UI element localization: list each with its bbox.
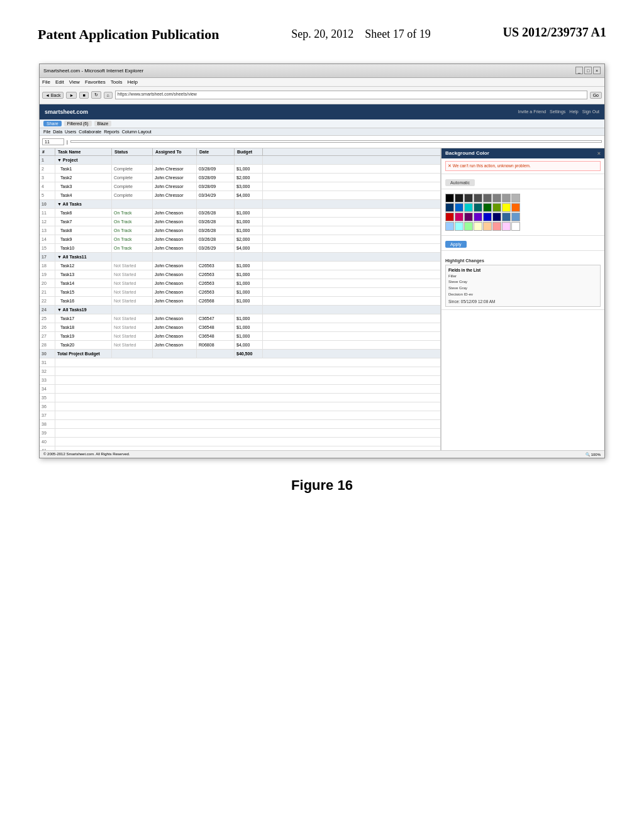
table-row[interactable]: 18 Task12 Not Started John Cheason C2656… [40,262,440,270]
table-row[interactable]: 4 Task3 Complete John Chressor 03/28/09 … [40,182,440,191]
color-lt-blue[interactable] [445,222,454,231]
table-row[interactable]: 17 ▼ All Tasks11 [40,253,440,262]
menu-edit[interactable]: Edit [55,79,64,85]
table-row[interactable]: 38 [40,420,440,429]
apply-button[interactable]: Apply [445,241,467,248]
table-row[interactable]: 15 Task10 On Track John Cheason 03/26/29… [40,244,440,253]
color-lightgray1[interactable] [502,194,511,202]
table-row[interactable]: 28 Task20 Not Started John Cheason R0680… [40,341,440,350]
table-row[interactable]: 36 [40,402,440,411]
toolbar-reports[interactable]: Reports [104,130,119,134]
table-row[interactable]: 27 Task19 Not Started John Cheason C3654… [40,332,440,341]
table-row[interactable]: 39 [40,429,440,438]
menu-help[interactable]: Help [127,79,137,85]
color-lt-yellow[interactable] [474,222,482,231]
color-darkgray2[interactable] [464,194,473,202]
color-yellow[interactable] [502,203,511,212]
filtered-btn[interactable]: Filtered (6) [64,121,92,126]
home-button[interactable]: ⌂ [104,92,113,99]
color-olive[interactable] [492,203,501,212]
url-bar[interactable]: https://www.smartsheet.com/sheets/view [115,91,587,99]
color-orange[interactable] [511,203,520,212]
color-navy[interactable] [492,213,501,221]
table-row[interactable]: 20 Task14 Not Started John Cheason C2656… [40,279,440,288]
color-purple[interactable] [464,213,473,221]
table-row[interactable]: 32 [40,367,440,376]
cell-name-box[interactable]: 11 [42,138,64,145]
toolbar-users[interactable]: Users [65,130,76,134]
menu-view[interactable]: View [69,79,80,85]
close-button[interactable]: × [593,67,601,74]
table-row[interactable]: 41 [40,446,440,450]
menu-file[interactable]: File [42,79,50,85]
table-row[interactable]: 2 Task1 Complete John Chressor 03/28/09 … [40,165,440,174]
table-row[interactable]: 19 Task13 Not Started John Cheason C2656… [40,270,440,279]
color-midgray2[interactable] [492,194,501,202]
table-row[interactable]: 37 [40,411,440,420]
table-row[interactable]: 5 Task4 Complete John Chressor 03/34/29 … [40,191,440,200]
table-row[interactable]: 12 Task7 On Track John Cheason 03/26/28 … [40,218,440,226]
toolbar-data[interactable]: Data [53,130,62,134]
table-row[interactable]: 25 Task17 Not Started John Cheason C3654… [40,314,440,323]
nav-settings[interactable]: Settings [550,109,565,114]
panel-close-button[interactable]: × [597,150,601,157]
color-lt-green[interactable] [464,222,473,231]
table-row[interactable]: 33 [40,376,440,385]
color-lt-red[interactable] [492,222,501,231]
color-teal[interactable] [474,203,482,212]
color-lightgray2[interactable] [511,194,520,202]
menu-tools[interactable]: Tools [111,79,123,85]
color-midgray1[interactable] [483,194,492,202]
back-button[interactable]: ◄ Back [42,92,64,99]
toolbar-collaborate[interactable]: Collaborate [79,130,101,134]
spreadsheet-grid[interactable]: # Task Name Status Assigned To Date Budg… [40,148,441,450]
color-magenta[interactable] [455,213,464,221]
color-darkgray3[interactable] [474,194,482,202]
toolbar-file[interactable]: File [43,130,50,134]
table-row[interactable]: 14 Task9 On Track John Cheason 03/26/28 … [40,235,440,244]
color-green[interactable] [483,203,492,212]
maximize-button[interactable]: □ [584,67,592,74]
forward-button[interactable]: ► [66,92,77,99]
table-row[interactable]: 24 ▼ All Tasks19 [40,306,440,314]
table-row[interactable]: 22 Task16 Not Started John Cheason C2656… [40,297,440,306]
blaze-btn[interactable]: Blaze [94,121,112,126]
table-row[interactable]: 11 Task6 On Track John Cheason 03/26/28 … [40,209,440,218]
nav-invite[interactable]: Invite a Friend [518,109,546,114]
color-lt-cyan[interactable] [455,222,464,231]
color-black[interactable] [445,194,454,202]
table-row[interactable]: 35 [40,394,440,402]
color-steel[interactable] [511,213,520,221]
table-row[interactable]: 3 Task2 Complete John Chressor 03/28/09 … [40,174,440,182]
share-btn[interactable]: Share [43,121,62,126]
color-slate[interactable] [502,213,511,221]
stop-button[interactable]: ■ [79,92,88,99]
color-darkgray1[interactable] [455,194,464,202]
formula-input-field[interactable] [70,140,602,143]
automatic-button[interactable]: Automatic [445,179,475,186]
table-row[interactable]: 10 ▼ All Tasks [40,200,440,209]
table-row[interactable]: 13 Task8 On Track John Cheason 03/26/28 … [40,226,440,235]
toolbar-layout[interactable]: Column Layout [122,130,152,134]
table-row[interactable]: 26 Task18 Not Started John Cheason C3654… [40,323,440,332]
color-blue[interactable] [455,203,464,212]
color-lt-orange[interactable] [483,222,492,231]
color-red[interactable] [445,213,454,221]
color-cyan[interactable] [464,203,473,212]
color-violet[interactable] [474,213,482,221]
go-button[interactable]: Go [590,92,602,99]
menu-favorites[interactable]: Favorites [85,79,106,85]
color-white[interactable] [511,222,520,231]
table-row[interactable]: 40 [40,438,440,446]
table-row[interactable]: 34 [40,385,440,394]
table-row[interactable]: 31 [40,358,440,367]
minimize-button[interactable]: _ [575,67,583,74]
color-lt-pink[interactable] [502,222,511,231]
nav-signout[interactable]: Sign Out [582,109,599,114]
table-row[interactable]: 21 Task15 Not Started John Cheason C2656… [40,288,440,297]
refresh-button[interactable]: ↻ [91,91,101,99]
color-indigo[interactable] [483,213,492,221]
nav-help[interactable]: Help [569,109,578,114]
table-row[interactable]: 1 ▼ Project [40,156,440,165]
color-darkblue[interactable] [445,203,454,212]
